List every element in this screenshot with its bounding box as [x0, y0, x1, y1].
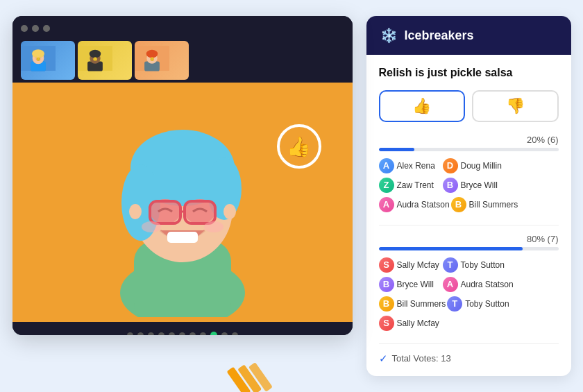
- svg-text:😊: 😊: [36, 57, 41, 62]
- voter-name-doug-millin: Doug Millin: [461, 161, 502, 171]
- icebreakers-icon: ❄️: [380, 27, 398, 44]
- voter-name-audra-statson-2: Audra Statson: [461, 280, 514, 289]
- svg-point-35: [204, 221, 223, 232]
- nav-dot-7[interactable]: [200, 332, 206, 336]
- total-votes-row: ✓ Total Votes: 13: [379, 352, 559, 365]
- voter-name-sally-mcfay-1: Sally Mcfay: [397, 260, 439, 270]
- svg-text:😐: 😐: [93, 57, 98, 62]
- check-icon: ✓: [379, 352, 388, 365]
- voter-avatar-sally-mcfay-2: S: [379, 316, 394, 331]
- total-votes-label: Total Votes: 13: [392, 353, 451, 364]
- voter-name-alex-rena: Alex Rena: [397, 161, 435, 171]
- svg-point-26: [129, 204, 142, 219]
- panel-header: ❄️ Icebreakers: [366, 16, 571, 55]
- disagree-bar-bg: [379, 247, 559, 250]
- voter-name-bryce-will-1: Bryce Will: [461, 180, 498, 190]
- nav-dot-1[interactable]: [137, 332, 144, 336]
- voter-avatar-audra-statson-2: A: [443, 277, 458, 292]
- nav-dot-10[interactable]: [232, 332, 238, 336]
- voter-alex-rena: A Alex Rena: [379, 158, 441, 173]
- voter-name-sally-mcfay-2: Sally Mcfay: [397, 318, 439, 328]
- thumbnail-3[interactable]: 😊: [135, 41, 189, 80]
- main-video-area: 👍: [12, 83, 353, 322]
- thumbs-down-icon: 👎: [506, 97, 525, 115]
- voter-audra-statson-1: A Audra Statson: [379, 197, 450, 212]
- svg-text:😊: 😊: [150, 57, 155, 62]
- thumbs-up-badge: 👍: [277, 124, 321, 169]
- thumbs-up-button[interactable]: 👍: [379, 90, 466, 122]
- main-character-svg: [78, 88, 287, 317]
- svg-point-27: [223, 204, 236, 219]
- voter-avatar-doug-millin: D: [443, 158, 458, 173]
- vote-buttons-row: 👍 👎: [379, 90, 559, 122]
- voter-avatar-sally-mcfay-1: S: [379, 257, 394, 273]
- agree-percent: 20% (6): [379, 135, 559, 145]
- nav-dot-4[interactable]: [169, 332, 175, 336]
- voter-name-audra-statson-1: Audra Statson: [397, 200, 450, 210]
- voter-bill-summers-1: B Bill Summers: [451, 197, 518, 212]
- agree-bar-bg: [379, 148, 559, 151]
- icebreakers-panel: ❄️ Icebreakers Relish is just pickle sal…: [366, 16, 571, 376]
- voter-doug-millin: D Doug Millin: [443, 158, 505, 173]
- voter-toby-sutton-1: T Toby Sutton: [443, 257, 505, 273]
- svg-point-34: [142, 221, 161, 232]
- thumbnails-row: 😊 😐 😊: [12, 41, 353, 83]
- agree-bar-fill: [379, 148, 415, 151]
- svg-rect-33: [167, 232, 198, 243]
- voter-avatar-bryce-will-2: B: [379, 277, 394, 292]
- titlebar-dot-2: [32, 25, 39, 32]
- voter-name-bill-summers-2: Bill Summers: [397, 299, 446, 309]
- titlebar-dot-1: [21, 25, 28, 32]
- thumbs-up-icon: 👍: [412, 97, 431, 115]
- voter-avatar-zaw-trent: Z: [379, 178, 394, 193]
- voter-avatar-bill-summers-2: B: [379, 296, 394, 312]
- divider-2: [379, 343, 559, 344]
- disagree-percent: 80% (7): [379, 234, 559, 244]
- video-call-window: 😊 😐 😊: [12, 16, 353, 335]
- titlebar-dot-3: [43, 25, 50, 32]
- voter-avatar-bill-summers-1: B: [451, 197, 466, 212]
- voter-bryce-will-2: B Bryce Will: [379, 277, 441, 292]
- nav-dot-0[interactable]: [127, 332, 133, 336]
- disagree-bar-fill: [379, 247, 523, 250]
- nav-dot-6[interactable]: [189, 332, 196, 336]
- decorative-slashes: [235, 366, 550, 392]
- voter-avatar-alex-rena: A: [379, 158, 394, 173]
- voter-name-toby-sutton-1: Toby Sutton: [461, 260, 505, 270]
- panel-body: Relish is just pickle salsa 👍 👎 20% (6): [366, 55, 571, 376]
- nav-dot-5[interactable]: [179, 332, 185, 336]
- voter-name-toby-sutton-2: Toby Sutton: [465, 299, 509, 309]
- vote-section-disagree: 80% (7) S Sally Mcfay T: [379, 234, 559, 332]
- voter-avatar-audra-statson-1: A: [379, 197, 394, 212]
- voter-avatar-bryce-will-1: B: [443, 178, 458, 193]
- voter-bryce-will-1: B Bryce Will: [443, 178, 505, 193]
- titlebar: [12, 16, 353, 41]
- disagree-voters-grid: S Sally Mcfay T Toby Sutton B: [379, 257, 559, 332]
- nav-dot-8[interactable]: [210, 332, 217, 335]
- voter-name-bryce-will-2: Bryce Will: [397, 280, 434, 289]
- thumbnail-2[interactable]: 😐: [78, 41, 132, 80]
- vote-section-agree: 20% (6) A Alex Rena D: [379, 135, 559, 214]
- thumbs-down-button[interactable]: 👎: [472, 90, 559, 122]
- voter-bill-summers-2: B Bill Summers: [379, 296, 446, 312]
- voter-toby-sutton-2: T Toby Sutton: [447, 296, 509, 312]
- voter-avatar-toby-sutton-2: T: [447, 296, 462, 312]
- nav-dot-9[interactable]: [221, 332, 228, 336]
- voter-avatar-toby-sutton-1: T: [443, 257, 458, 273]
- thumbnail-1[interactable]: 😊: [21, 41, 75, 80]
- voter-audra-statson-2: A Audra Statson: [443, 277, 514, 292]
- voter-name-zaw-trent: Zaw Trent: [397, 180, 434, 190]
- agree-voters-grid: A Alex Rena D Doug Millin Z: [379, 158, 559, 214]
- video-dots-bar: [12, 322, 353, 335]
- nav-dot-3[interactable]: [158, 332, 164, 336]
- panel-title: Icebreakers: [405, 28, 474, 43]
- voter-sally-mcfay-2: S Sally Mcfay: [379, 316, 441, 331]
- nav-dot-2[interactable]: [148, 332, 154, 336]
- divider: [379, 225, 559, 225]
- voter-zaw-trent: Z Zaw Trent: [379, 178, 441, 193]
- voter-name-bill-summers-1: Bill Summers: [469, 200, 518, 210]
- question-text: Relish is just pickle salsa: [379, 66, 559, 80]
- voter-sally-mcfay-1: S Sally Mcfay: [379, 257, 441, 273]
